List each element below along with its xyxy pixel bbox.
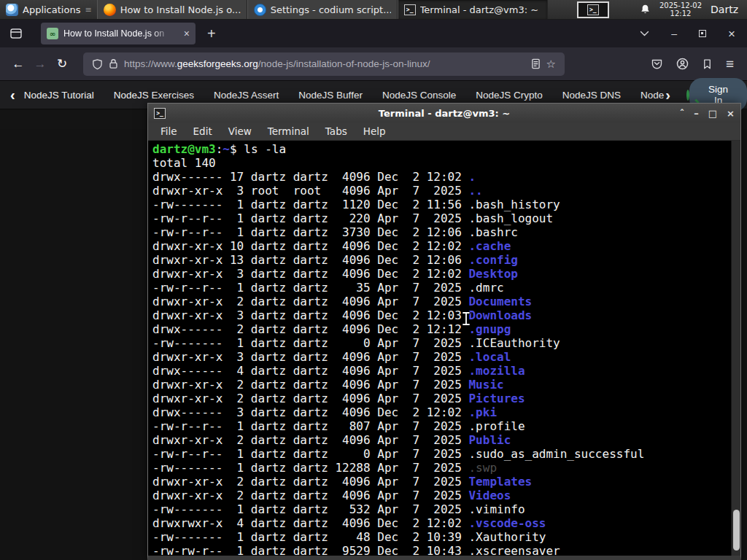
taskbar-button-codium[interactable]: Settings - codium script... <box>247 0 398 19</box>
nav-link-nodejs-buffer[interactable]: NodeJS Buffer <box>298 90 363 101</box>
firefox-view-button[interactable] <box>7 25 25 42</box>
terminal-line: -rw-r--r-- 1 dartz dartz 35 Apr 7 2025 .… <box>152 281 740 295</box>
panel-handle-icon: ≡ <box>85 5 90 15</box>
tracking-protection-shield-icon[interactable] <box>92 58 103 70</box>
maximize-button[interactable] <box>699 30 706 37</box>
applications-menu[interactable]: Applications ≡ <box>0 0 97 19</box>
account-icon[interactable] <box>676 58 689 70</box>
url-domain: geeksforgeeks.org <box>177 58 258 69</box>
notification-bell-icon[interactable] <box>640 4 651 15</box>
terminal-line: drwx------ 2 dartz dartz 4096 Dec 2 12:1… <box>152 322 740 336</box>
url-text: https://www.geeksforgeeks.org/node-js/in… <box>124 58 525 69</box>
taskbar: How to Install Node.js o...Settings - co… <box>97 0 548 19</box>
bookmark-star-icon[interactable]: ☆ <box>546 58 556 71</box>
terminal-line: drwxr-xr-x 13 dartz dartz 4096 Dec 2 12:… <box>152 253 740 267</box>
tab-bar: ∞ How to Install Node.js on × + – × <box>0 20 747 47</box>
terminal-line: total 140 <box>152 156 740 170</box>
terminal-line: drwxr-xr-x 2 dartz dartz 4096 Apr 7 2025… <box>152 295 740 308</box>
terminal-line: dartz@vm3:~$ ls -la <box>152 142 740 156</box>
new-tab-button[interactable]: + <box>203 26 220 42</box>
terminal-line: -rw------- 1 dartz dartz 12288 Apr 7 202… <box>152 461 740 475</box>
pocket-icon[interactable] <box>651 58 663 70</box>
terminal-line: -rw-r--r-- 1 dartz dartz 3730 Dec 2 12:0… <box>152 225 740 239</box>
clock[interactable]: 2025-12-02 12:12 <box>659 1 702 18</box>
terminal-line: drwxr-xr-x 3 dartz dartz 4096 Apr 7 2025… <box>152 350 740 364</box>
terminal-title: Terminal - dartz@vm3: ~ <box>148 108 740 119</box>
taskbar-button-terminal[interactable]: >_Terminal - dartz@vm3: ~ <box>398 0 548 19</box>
terminal-line: -rw-r--r-- 1 dartz dartz 0 Apr 7 2025 .s… <box>152 447 740 461</box>
search-icon[interactable] <box>686 90 689 101</box>
extensions-icon[interactable] <box>702 58 713 70</box>
url-path: /node-js/installation-of-node-js-on-linu… <box>258 58 430 69</box>
nav-link-nodejs-crypto[interactable]: NodeJS Crypto <box>476 90 543 101</box>
terminal-line: drwxr-xr-x 2 dartz dartz 4096 Apr 7 2025… <box>152 489 740 502</box>
terminal-window: >_ Terminal - dartz@vm3: ~ ˆ – □ × FileE… <box>147 103 741 560</box>
close-button[interactable]: × <box>727 109 735 118</box>
terminal-content[interactable]: dartz@vm3:~$ ls -latotal 140drwx------ 1… <box>148 141 740 556</box>
lock-icon[interactable] <box>109 58 118 69</box>
tab-title: How to Install Node.js on <box>63 28 171 39</box>
list-all-tabs-icon[interactable] <box>640 31 649 36</box>
nav-link-nodejs-dns[interactable]: NodeJS DNS <box>562 90 621 101</box>
shade-button[interactable]: ˆ <box>680 109 685 118</box>
nav-link-nodejs-console[interactable]: NodeJS Console <box>382 90 456 101</box>
applications-label: Applications <box>23 4 80 15</box>
scrollbar-thumb[interactable] <box>733 510 740 551</box>
firefox-icon <box>104 4 116 16</box>
desktop: Applications ≡ How to Install Node.js o.… <box>0 0 747 560</box>
user-menu[interactable]: Dartz <box>711 4 741 15</box>
workspace-switcher[interactable]: >_ <box>577 1 609 18</box>
terminal-line: drwxr-xr-x 2 dartz dartz 4096 Apr 7 2025… <box>152 433 740 447</box>
forward-button[interactable]: → <box>29 53 51 75</box>
terminal-line: drwxr-xr-x 3 root root 4096 Apr 7 2025 .… <box>152 184 740 198</box>
terminal-line: -rw------- 1 dartz dartz 0 Apr 7 2025 .I… <box>152 336 740 350</box>
nav-link-node[interactable]: Node <box>640 90 664 101</box>
terminal-menu-tabs[interactable]: Tabs <box>319 124 354 139</box>
system-tray: 2025-12-02 12:12 Dartz <box>640 1 747 18</box>
geeksforgeeks-favicon: ∞ <box>47 28 58 39</box>
nav-scroll-right-icon[interactable]: › <box>665 88 670 102</box>
nav-scroll-left-icon[interactable]: ‹ <box>10 88 15 102</box>
reload-button[interactable]: ↻ <box>51 53 73 75</box>
back-button[interactable]: ← <box>7 53 29 75</box>
top-panel: Applications ≡ How to Install Node.js o.… <box>0 0 747 20</box>
terminal-line: drwx------ 3 dartz dartz 4096 Dec 2 12:0… <box>152 405 740 419</box>
close-button[interactable]: × <box>728 28 735 40</box>
maximize-button[interactable]: □ <box>708 109 717 118</box>
minimize-button[interactable]: – <box>694 109 699 118</box>
taskbar-button-label: How to Install Node.js o... <box>120 4 241 15</box>
terminal-icon: >_ <box>404 4 416 15</box>
terminal-output: dartz@vm3:~$ ls -latotal 140drwx------ 1… <box>148 141 740 556</box>
terminal-line: -rw------- 1 dartz dartz 532 Apr 7 2025 … <box>152 502 740 516</box>
terminal-icon: >_ <box>587 4 599 15</box>
tab-close-icon[interactable]: × <box>184 28 190 39</box>
nav-link-nodejs-assert[interactable]: NodeJS Assert <box>214 90 279 101</box>
terminal-line: drwx------ 17 dartz dartz 4096 Dec 2 12:… <box>152 170 740 184</box>
terminal-scrollbar[interactable] <box>731 141 740 556</box>
nav-link-nodejs-exercises[interactable]: NodeJS Exercises <box>114 90 194 101</box>
terminal-line: -rw-r--r-- 1 dartz dartz 220 Apr 7 2025 … <box>152 211 740 225</box>
terminal-menu-file[interactable]: File <box>154 124 184 139</box>
taskbar-button-firefox[interactable]: How to Install Node.js o... <box>97 0 247 19</box>
terminal-menu-terminal[interactable]: Terminal <box>261 124 316 139</box>
terminal-line: -rw-rw-r-- 1 dartz dartz 9529 Dec 2 10:4… <box>152 544 740 556</box>
terminal-menu-view[interactable]: View <box>222 124 258 139</box>
reader-mode-icon[interactable] <box>531 58 541 69</box>
terminal-menu-help[interactable]: Help <box>357 124 392 139</box>
terminal-line: drwxr-xr-x 3 dartz dartz 4096 Dec 2 12:0… <box>152 308 740 322</box>
terminal-line: drwx------ 4 dartz dartz 4096 Apr 7 2025… <box>152 364 740 378</box>
browser-tab[interactable]: ∞ How to Install Node.js on × <box>41 23 196 44</box>
taskbar-button-label: Terminal - dartz@vm3: ~ <box>420 4 538 15</box>
nav-link-nodejs-tutorial[interactable]: NodeJS Tutorial <box>24 90 94 101</box>
menu-icon[interactable]: ≡ <box>726 56 734 72</box>
taskbar-button-label: Settings - codium script... <box>271 4 391 15</box>
navigation-toolbar: ← → ↻ https://www.geeksforgeeks.org/node… <box>0 47 747 81</box>
url-bar[interactable]: https://www.geeksforgeeks.org/node-js/in… <box>83 52 565 76</box>
terminal-line: drwxr-xr-x 3 dartz dartz 4096 Dec 2 12:0… <box>152 267 740 281</box>
url-scheme: https://www. <box>124 58 177 69</box>
minimize-button[interactable]: – <box>671 28 677 39</box>
terminal-titlebar[interactable]: >_ Terminal - dartz@vm3: ~ ˆ – □ × <box>148 104 740 122</box>
terminal-line: drwxrwxr-x 4 dartz dartz 4096 Dec 2 12:0… <box>152 516 740 530</box>
terminal-menu-edit[interactable]: Edit <box>187 124 219 139</box>
terminal-line: drwxr-xr-x 2 dartz dartz 4096 Apr 7 2025… <box>152 392 740 405</box>
